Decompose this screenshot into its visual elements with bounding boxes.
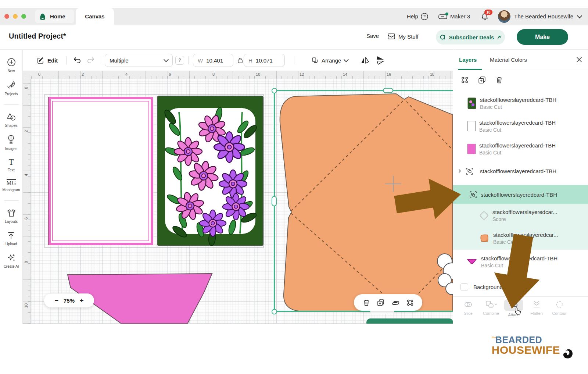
zoom-level: 75% [64,298,75,304]
tab-material-colors[interactable]: Material Colors [490,57,527,63]
selection-border-top [274,90,453,91]
svg-text:?: ? [423,14,426,19]
selection-handle-left-middle[interactable] [272,196,277,206]
attach-button[interactable] [391,299,400,307]
home-tab-label: Home [50,13,65,19]
canvas-tab[interactable]: Canvas [76,8,114,25]
card-base-pink-layer[interactable] [48,97,153,245]
tab-layers[interactable]: Layers [459,57,477,63]
new-plus-icon [7,57,16,67]
help-menu[interactable]: Help ? [407,13,429,21]
watermark-housewife: HOUSEWIFE [492,345,560,356]
macos-zoom-button[interactable] [21,14,26,19]
selection-handle-bottom-left[interactable] [272,309,277,314]
width-field[interactable]: W10.401 [193,54,233,67]
machine-icon [438,13,448,21]
undo-icon [73,56,82,64]
contour-button[interactable]: Contour [548,300,571,316]
arrange-layers-icon [311,57,318,64]
chevron-right-icon [458,169,462,173]
chevron-down-icon [164,57,169,62]
group-layers-button[interactable] [460,76,469,84]
zoom-out-button[interactable]: − [54,297,58,304]
watermark-bearded: BEARDED [495,335,542,345]
layer-row-pink-flap[interactable]: stackofflowerslayeredcard-TBHBasic Cut [453,250,588,273]
flatten-button[interactable]: Flatten [525,300,548,316]
macos-minimize-button[interactable] [13,14,18,19]
sidebar-item-projects[interactable]: Projects [4,80,18,96]
macos-close-button[interactable] [4,14,9,19]
combine-button[interactable]: Combine [480,300,502,316]
flip-horizontal-button[interactable] [360,54,370,67]
flatten-icon [532,300,541,309]
selection-border-bottom [274,311,453,312]
layer-row-pink-card[interactable]: stackofflowerslayeredcard-TBHBasic Cut [453,138,588,160]
account-chevron-down-icon[interactable] [577,13,582,18]
my-stuff-button[interactable]: My Stuff [387,33,419,40]
help-label: Help [407,13,418,19]
background-row[interactable]: Background [453,279,588,294]
user-avatar[interactable] [498,10,510,23]
redo-button[interactable] [86,54,95,67]
pink-flap-thumbnail [466,258,477,266]
hot-air-balloon-icon [6,135,16,145]
sidebar-item-create-ai[interactable]: Create AI [4,253,19,268]
selection-handle-top-middle[interactable] [383,88,393,93]
sidebar-item-shapes[interactable]: Shapes [5,112,18,128]
duplicate-button[interactable] [377,299,385,307]
undo-button[interactable] [73,54,82,67]
layer-row-envelope[interactable]: stackofflowerslayeredcar...Basic Cut [453,227,588,250]
envelope-shape[interactable] [272,88,453,318]
duplicate-layer-button[interactable] [478,76,486,84]
weld-nodes-button[interactable] [406,299,414,307]
contour-icon [555,300,564,309]
flower-card-layer[interactable] [157,96,263,246]
hint-button[interactable]: ? [175,56,184,65]
delete-layer-button[interactable] [495,76,503,84]
t-shirt-icon [6,208,17,218]
notifications-bell[interactable]: 10 [480,12,489,21]
layer-row-flower-card[interactable]: stackofflowerslayeredcard-TBHBasic Cut [453,92,588,115]
sparkle-ai-icon [6,253,16,263]
lock-icon [237,57,243,64]
close-panel-button[interactable] [575,56,583,64]
cricut-a-icon [440,34,446,40]
delete-button[interactable] [362,299,370,307]
sidebar-item-monogram[interactable]: MG Monogram [3,179,20,192]
lock-aspect-button[interactable] [237,54,243,67]
sidebar-item-upload[interactable]: Upload [6,231,17,246]
close-icon [575,56,583,64]
sidebar-item-images[interactable]: Images [5,135,17,151]
background-checkbox[interactable] [460,283,468,291]
selection-handle-top-left[interactable] [272,88,277,93]
edit-button[interactable]: Edit [37,54,58,67]
redo-icon [86,56,95,64]
slice-button[interactable]: Slice [457,300,480,316]
sidebar-item-text[interactable]: T Text [8,158,14,172]
title-bar: Home Canvas Help ? Maker 3 10 The Bear [0,8,588,25]
horizontal-ruler: 0 2 4 6 8 10 12 14 16 18 [23,71,453,79]
make-button[interactable]: Make [517,29,568,45]
layer-row-group-selected[interactable]: stackofflowerslayeredcard-TBH [453,185,588,204]
machine-status[interactable]: Maker 3 [438,13,470,21]
sidebar-item-layouts[interactable]: Layouts [5,208,18,224]
selection-type-dropdown[interactable]: Multiple [105,54,173,67]
canvas-viewport[interactable]: − 75% + 0 2 4 6 8 10 12 14 16 18 0 2 4 6… [23,71,453,324]
arrange-dropdown[interactable]: Arrange [307,54,352,67]
height-field[interactable]: H10.071 [244,54,285,67]
subscriber-deals-button[interactable]: Subscriber Deals [436,30,505,44]
layer-row-score[interactable]: stackofflowerslayeredcar...Score [453,204,588,227]
flip-vertical-button[interactable] [376,54,385,67]
zoom-in-button[interactable]: + [80,297,84,304]
monogram-icon: MG [7,179,16,186]
layer-row-white-card[interactable]: stackofflowerslayeredcard-TBHBasic Cut [453,115,588,138]
save-button[interactable]: Save [366,33,379,39]
home-tab[interactable]: Home [35,10,74,23]
sidebar-item-new[interactable]: New [7,57,16,73]
group-icon [466,167,473,175]
layer-row-group-collapsed[interactable]: stackofflowerslayeredcard-TBH [453,161,588,181]
edit-pen-icon [37,57,44,64]
height-value: 10.071 [256,57,273,64]
bearded-housewife-watermark: theBEARDED HOUSEWIFE [492,335,574,361]
beard-icon [562,348,574,361]
